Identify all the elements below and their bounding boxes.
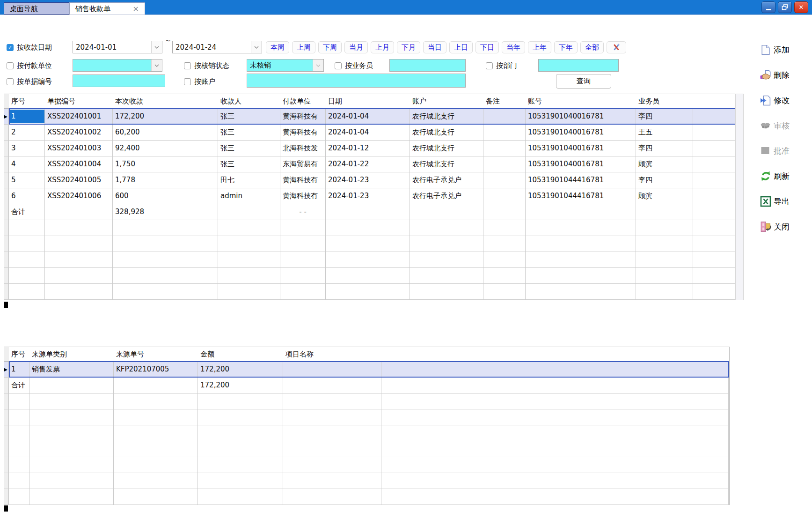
query-button[interactable]: 查询 — [556, 74, 611, 89]
table-cell[interactable] — [483, 268, 526, 283]
table-cell[interactable] — [381, 409, 729, 425]
quick-range-button[interactable]: 下日 — [475, 41, 499, 53]
table-cell[interactable] — [198, 489, 283, 505]
tab-desktop-nav[interactable]: 桌面导航 — [4, 2, 69, 15]
account-input[interactable] — [247, 74, 466, 88]
table-cell[interactable] — [29, 409, 114, 425]
table-cell[interactable]: 黄海科技有 — [280, 125, 326, 140]
table-cell[interactable] — [410, 284, 483, 299]
table-cell[interactable]: 东海贸易有 — [280, 156, 326, 172]
table-cell[interactable]: 农行电子承兑户 — [410, 188, 483, 204]
main-table-hscrollbar[interactable] — [4, 301, 735, 308]
table-cell[interactable] — [198, 457, 283, 473]
table-cell[interactable]: 黄海科技有 — [280, 172, 326, 188]
quick-range-button[interactable]: 上周 — [292, 41, 315, 53]
table-cell[interactable] — [9, 473, 29, 489]
table-row[interactable]: 3XSS20240100392,400张三北海科技发2024-01-12农行城北… — [4, 141, 736, 156]
date-to-select[interactable]: 2024-01-24 — [172, 41, 262, 53]
table-cell[interactable] — [9, 441, 29, 457]
quick-range-button[interactable]: 当日 — [423, 41, 446, 53]
row-selector[interactable] — [4, 441, 9, 457]
table-cell[interactable] — [280, 236, 326, 252]
column-header[interactable]: 来源单号 — [114, 347, 198, 361]
table-cell[interactable] — [381, 425, 729, 441]
table-cell[interactable] — [114, 393, 198, 409]
table-cell[interactable] — [9, 284, 45, 299]
table-cell[interactable] — [636, 252, 693, 267]
quick-range-button[interactable]: 本周 — [266, 41, 289, 53]
table-cell[interactable]: 172,200 — [198, 362, 283, 377]
table-cell[interactable] — [45, 204, 113, 220]
table-cell[interactable] — [526, 284, 636, 299]
table-cell[interactable] — [114, 425, 198, 441]
table-cell[interactable] — [483, 204, 526, 220]
filter-docnumber-checkbox[interactable]: 按单据编号 — [7, 77, 52, 86]
table-cell[interactable] — [45, 284, 113, 299]
table-row[interactable]: 4XSS2024010041,750张三东海贸易有2024-01-22农行城北支… — [4, 156, 736, 172]
table-cell[interactable]: 4 — [9, 156, 45, 172]
table-cell[interactable]: 1,778 — [113, 172, 218, 188]
table-cell[interactable]: - - — [280, 204, 326, 220]
table-cell[interactable] — [693, 125, 735, 140]
maximize-button[interactable] — [778, 1, 792, 13]
table-cell[interactable] — [114, 378, 198, 393]
filter-salesman-checkbox[interactable]: 按业务员 — [335, 61, 373, 70]
empty-row[interactable] — [4, 220, 736, 236]
table-cell[interactable]: 李四 — [636, 172, 693, 188]
table-cell[interactable] — [326, 204, 410, 220]
column-header[interactable]: 单据编号 — [45, 94, 113, 108]
row-selector[interactable] — [4, 188, 9, 204]
table-cell[interactable]: 2024-01-12 — [326, 141, 410, 156]
table-cell[interactable] — [9, 489, 29, 505]
table-cell[interactable]: 李四 — [636, 141, 693, 156]
table-cell[interactable] — [483, 125, 526, 140]
table-cell[interactable]: KFP202107005 — [114, 362, 198, 377]
table-cell[interactable] — [29, 441, 114, 457]
row-selector[interactable] — [4, 220, 9, 236]
row-selector[interactable] — [4, 204, 9, 220]
column-header[interactable]: 收款人 — [218, 94, 280, 108]
quick-range-button[interactable]: 下周 — [318, 41, 342, 53]
table-cell[interactable] — [410, 236, 483, 252]
filter-payer-checkbox[interactable]: 按付款单位 — [7, 61, 52, 70]
table-cell[interactable]: 2024-01-23 — [326, 172, 410, 188]
table-row[interactable]: ▶1销售发票KFP202107005172,200 — [4, 362, 729, 378]
table-cell[interactable] — [283, 425, 381, 441]
table-cell[interactable]: 黄海科技有 — [280, 109, 326, 124]
column-header[interactable]: 备注 — [483, 94, 526, 108]
table-cell[interactable] — [280, 284, 326, 299]
tab-sales-receipt[interactable]: 销售收款单 × — [69, 2, 145, 15]
empty-row[interactable] — [4, 252, 736, 268]
table-cell[interactable] — [410, 204, 483, 220]
table-cell[interactable] — [198, 409, 283, 425]
table-cell[interactable] — [114, 409, 198, 425]
scrollbar-thumb[interactable] — [4, 505, 8, 512]
table-cell[interactable]: 张三 — [218, 109, 280, 124]
table-cell[interactable] — [526, 252, 636, 267]
table-cell[interactable]: 农行城北支行 — [410, 109, 483, 124]
table-cell[interactable] — [693, 284, 735, 299]
row-selector[interactable] — [4, 156, 9, 172]
table-cell[interactable] — [218, 252, 280, 267]
table-cell[interactable] — [9, 236, 45, 252]
table-cell[interactable]: 顾滨 — [636, 156, 693, 172]
table-cell[interactable]: 2024-01-23 — [326, 188, 410, 204]
total-row[interactable]: 合计328,928- - — [4, 204, 736, 220]
column-header[interactable] — [381, 347, 729, 361]
table-cell[interactable]: 张三 — [218, 141, 280, 156]
table-cell[interactable]: 10531901040016781 — [526, 125, 636, 140]
table-cell[interactable]: XSS202401005 — [45, 172, 113, 188]
close-window-button[interactable]: ✕ — [794, 1, 808, 13]
table-cell[interactable] — [693, 172, 735, 188]
table-cell[interactable]: 农行城北支行 — [410, 125, 483, 140]
table-cell[interactable]: 农行电子承兑户 — [410, 172, 483, 188]
table-cell[interactable]: 5 — [9, 172, 45, 188]
modify-button[interactable]: 修改 — [759, 94, 810, 107]
table-cell[interactable] — [9, 457, 29, 473]
filter-account-checkbox[interactable]: 按账户 — [184, 77, 215, 86]
table-cell[interactable] — [29, 489, 114, 505]
row-selector[interactable]: ▶ — [4, 362, 9, 377]
total-row[interactable]: 合计172,200 — [4, 378, 729, 393]
table-row[interactable]: 5XSS2024010051,778田七黄海科技有2024-01-23农行电子承… — [4, 172, 736, 188]
table-cell[interactable]: 合计 — [9, 378, 29, 393]
